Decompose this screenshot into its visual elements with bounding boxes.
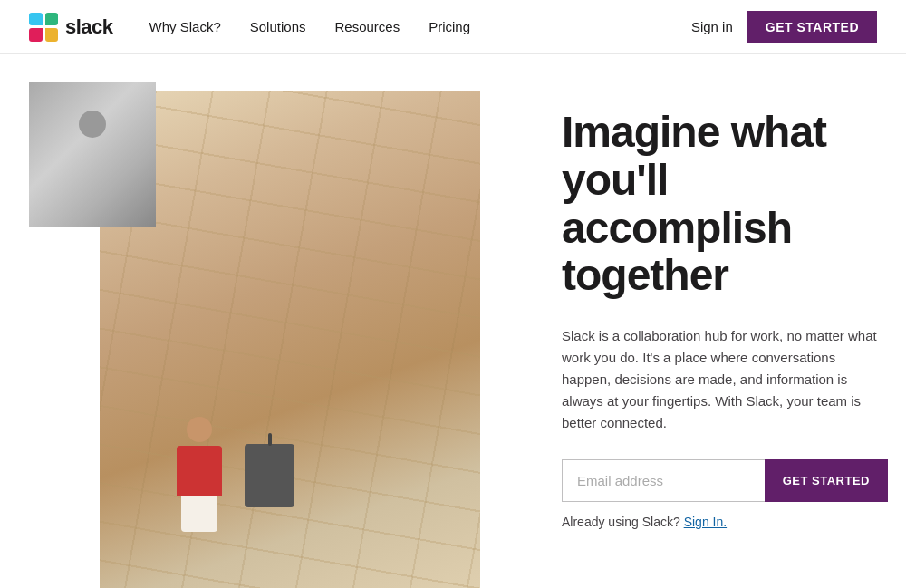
nav-right: Sign in GET STARTED bbox=[691, 11, 877, 43]
hero-image-main bbox=[100, 91, 480, 588]
email-input[interactable] bbox=[562, 459, 765, 502]
hero-section: Imagine what you'll accomplish together … bbox=[0, 54, 906, 588]
already-using-text: Already using Slack? Sign In. bbox=[562, 515, 888, 529]
nav-link-why-slack[interactable]: Why Slack? bbox=[149, 19, 221, 34]
hero-images bbox=[0, 54, 507, 588]
hero-signup-form: GET STARTED bbox=[562, 459, 888, 502]
nav-link-pricing[interactable]: Pricing bbox=[429, 19, 470, 34]
nav-link-resources[interactable]: Resources bbox=[334, 19, 400, 34]
nav-link-solutions[interactable]: Solutions bbox=[250, 19, 306, 34]
slack-logo-icon bbox=[29, 13, 58, 42]
person-red-silhouette bbox=[172, 417, 226, 525]
hero-signin-link[interactable]: Sign In. bbox=[684, 515, 727, 529]
hero-content: Imagine what you'll accomplish together … bbox=[507, 54, 906, 588]
suitcase-graphic bbox=[245, 444, 294, 507]
logo-text: slack bbox=[65, 15, 113, 39]
hero-image-small-top bbox=[29, 82, 156, 227]
nav-get-started-button[interactable]: GET STARTED bbox=[747, 11, 877, 43]
signin-link[interactable]: Sign in bbox=[691, 19, 733, 34]
hero-description: Slack is a collaboration hub for work, n… bbox=[562, 325, 888, 434]
hero-title: Imagine what you'll accomplish together bbox=[562, 109, 888, 300]
navbar: slack Why Slack? Solutions Resources Pri… bbox=[0, 0, 906, 54]
logo[interactable]: slack bbox=[29, 13, 113, 42]
hero-get-started-button[interactable]: GET STARTED bbox=[765, 459, 888, 502]
nav-links: Why Slack? Solutions Resources Pricing bbox=[149, 19, 691, 34]
